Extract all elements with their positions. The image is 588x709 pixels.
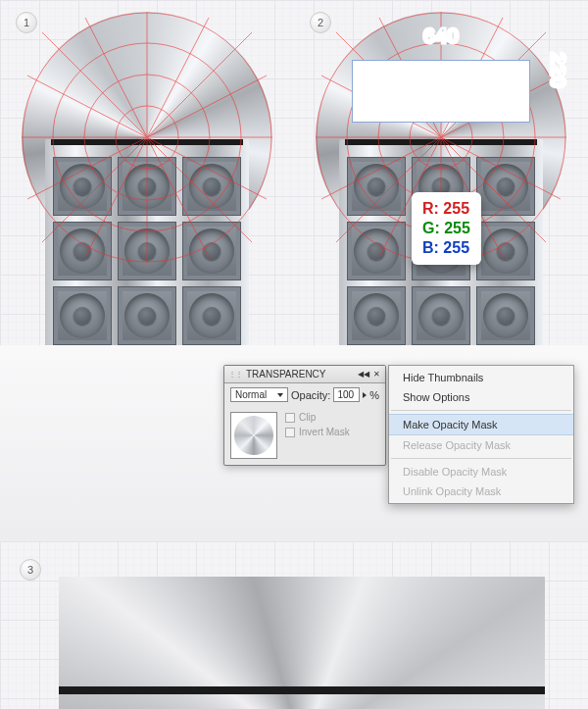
key — [476, 222, 535, 280]
panel-flyout-menu[interactable]: Hide Thumbnails Show Options Make Opacit… — [388, 365, 574, 504]
menu-disable-opacity-mask: Disable Opacity Mask — [389, 462, 573, 481]
chevron-down-icon — [277, 393, 283, 397]
key — [347, 222, 406, 280]
menu-release-opacity-mask: Release Opacity Mask — [389, 435, 573, 455]
panel-header[interactable]: ⋮⋮ TRANSPARENCY ◀◀ ✕ — [224, 366, 385, 383]
panel-collapse-icon[interactable]: ◀◀ — [359, 370, 368, 380]
invert-mask-label: Invert Mask — [299, 427, 350, 437]
key — [412, 286, 470, 345]
key — [476, 286, 535, 345]
menu-hide-thumbnails[interactable]: Hide Thumbnails — [389, 368, 573, 387]
clip-checkbox-row[interactable]: Clip — [285, 412, 350, 423]
calculator-body — [45, 139, 249, 345]
panel-close-icon[interactable]: ✕ — [371, 370, 381, 380]
step-badge-2: 2 — [310, 12, 331, 33]
key — [182, 157, 241, 216]
thumbnail-preview — [234, 416, 273, 455]
rgb-r: R: 255 — [422, 199, 470, 219]
opacity-suffix: % — [369, 389, 379, 401]
key — [118, 157, 176, 216]
menu-separator — [391, 410, 571, 411]
tutorial-step-row-1: 1 — [0, 0, 588, 345]
menu-separator — [391, 458, 571, 459]
panel-area: ⋮⋮ TRANSPARENCY ◀◀ ✕ Normal Opacity: 100… — [0, 345, 588, 541]
blend-mode-value: Normal — [235, 389, 267, 400]
key — [476, 157, 535, 216]
menu-show-options[interactable]: Show Options — [389, 387, 573, 407]
menu-make-opacity-mask[interactable]: Make Opacity Mask — [389, 414, 573, 435]
menu-unlink-opacity-mask: Unlink Opacity Mask — [389, 481, 573, 501]
dimension-width-label: 640 — [423, 24, 460, 49]
key — [347, 286, 406, 345]
step-badge-3: 3 — [20, 559, 41, 581]
result-zoom-canvas[interactable] — [59, 577, 545, 709]
opacity-input[interactable]: 100 — [333, 387, 360, 402]
display-bar — [345, 139, 537, 145]
opacity-label: Opacity: — [291, 389, 330, 401]
panel-grip-icon[interactable]: ⋮⋮ — [228, 370, 242, 379]
invert-mask-checkbox[interactable] — [285, 428, 295, 437]
tutorial-step-row-2: 3 — [0, 541, 588, 709]
mask-thumb-row: Clip Invert Mask — [224, 406, 385, 465]
keypad-grid — [53, 157, 241, 345]
key — [347, 157, 406, 216]
step-2-canvas[interactable]: 2 — [294, 0, 588, 345]
opacity-thumbnail[interactable] — [230, 412, 277, 459]
key — [53, 157, 112, 216]
opacity-value: 100 — [337, 389, 354, 400]
key — [53, 222, 112, 280]
selection-rectangle[interactable] — [353, 61, 529, 122]
transparency-panel[interactable]: ⋮⋮ TRANSPARENCY ◀◀ ✕ Normal Opacity: 100… — [223, 365, 386, 466]
step-badge-1: 1 — [16, 12, 37, 33]
dimension-height-label: 220 — [545, 52, 570, 88]
caret-right-icon[interactable] — [363, 392, 367, 398]
blend-mode-select[interactable]: Normal — [230, 387, 288, 402]
clip-label: Clip — [299, 412, 316, 423]
display-bar — [51, 139, 243, 145]
clip-checkbox[interactable] — [285, 413, 295, 423]
rgb-tooltip: R: 255 G: 255 B: 255 — [412, 192, 481, 265]
key — [118, 222, 176, 280]
rgb-b: B: 255 — [422, 238, 470, 258]
key — [182, 286, 241, 345]
key — [182, 222, 241, 280]
key — [53, 286, 112, 345]
invert-mask-checkbox-row[interactable]: Invert Mask — [285, 427, 350, 437]
step-1-canvas[interactable]: 1 — [0, 0, 294, 345]
blend-opacity-row: Normal Opacity: 100 % — [224, 383, 385, 406]
panel-title: TRANSPARENCY — [246, 369, 326, 380]
key — [118, 286, 176, 345]
rgb-g: G: 255 — [422, 219, 470, 238]
